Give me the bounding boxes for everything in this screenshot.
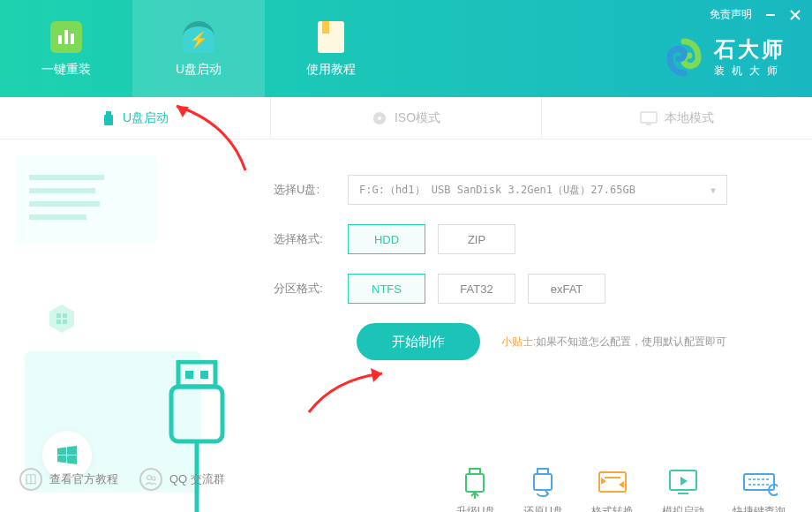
svg-rect-22 <box>534 474 552 490</box>
action-label: 模拟启动 <box>662 504 704 513</box>
upgrade-usb-icon <box>457 467 494 499</box>
action-label: 升级U盘 <box>456 504 496 513</box>
tab-iso[interactable]: ISO模式 <box>271 97 542 139</box>
brand: 石大师 装机大师 <box>665 35 786 79</box>
tab-label: ISO模式 <box>395 110 440 126</box>
nav-label: 一键重装 <box>41 62 91 78</box>
nav-label: 使用教程 <box>306 62 356 78</box>
local-icon <box>640 111 658 125</box>
titlebar-links: 免责声明 <box>710 7 801 22</box>
hotkey-icon <box>741 467 778 499</box>
disclaimer-link[interactable]: 免责声明 <box>710 7 752 22</box>
brand-logo-icon <box>665 38 703 77</box>
qq-link[interactable]: QQ 交流群 <box>139 468 225 491</box>
disk-label: 选择U盘: <box>274 182 335 198</box>
tip-text: 小贴士:如果不知道怎么配置，使用默认配置即可 <box>501 335 726 350</box>
close-button[interactable] <box>789 9 801 21</box>
restore-usb-icon <box>525 467 562 499</box>
svg-point-32 <box>147 476 152 480</box>
convert-icon <box>594 467 631 499</box>
partition-fat32-button[interactable]: FAT32 <box>438 274 515 304</box>
tab-label: U盘启动 <box>123 110 169 126</box>
disk-value: F:G:（hd1） USB SanDisk 3.2Gen1（U盘）27.65GB <box>359 183 635 198</box>
svg-rect-15 <box>185 371 193 379</box>
partition-label: 分区格式: <box>274 281 335 297</box>
partition-exfat-button[interactable]: exFAT <box>528 274 605 304</box>
action-label: 格式转换 <box>591 504 634 513</box>
brand-subtitle: 装机大师 <box>714 64 786 79</box>
action-label: 还原U盘 <box>523 504 563 513</box>
svg-rect-14 <box>178 362 215 387</box>
svg-point-6 <box>378 117 381 120</box>
format-label: 选择格式: <box>274 231 335 247</box>
action-hotkey-query[interactable]: 快捷键查询 <box>733 467 786 513</box>
nav-tutorial[interactable]: 使用教程 <box>265 0 397 97</box>
tab-local[interactable]: 本地模式 <box>542 97 812 139</box>
action-restore-usb[interactable]: 还原U盘 <box>523 467 563 513</box>
minimize-button[interactable] <box>764 9 777 21</box>
tutorial-icon <box>313 19 349 55</box>
usb-icon <box>102 110 116 126</box>
start-button[interactable]: 开始制作 <box>357 323 480 360</box>
config-form: 选择U盘: F:G:（hd1） USB SanDisk 3.2Gen1（U盘）2… <box>265 139 812 457</box>
main-content: 选择U盘: F:G:（hd1） USB SanDisk 3.2Gen1（U盘）2… <box>0 139 812 457</box>
book-icon <box>19 468 42 491</box>
tab-usb-boot[interactable]: U盘启动 <box>0 97 271 139</box>
action-simulate-boot[interactable]: 模拟启动 <box>662 467 704 513</box>
format-zip-button[interactable]: ZIP <box>438 224 515 254</box>
link-label: QQ 交流群 <box>169 471 225 487</box>
app-header: 一键重装 ⚡ U盘启动 使用教程 免责声明 石大师 装机大师 <box>0 0 812 97</box>
tab-label: 本地模式 <box>665 110 714 126</box>
nav-label: U盘启动 <box>176 62 222 78</box>
format-hdd-button[interactable]: HDD <box>348 224 425 254</box>
people-icon <box>139 468 162 491</box>
link-label: 查看官方教程 <box>49 471 118 487</box>
disk-select[interactable]: F:G:（hd1） USB SanDisk 3.2Gen1（U盘）27.65GB… <box>348 175 727 205</box>
tutorial-link[interactable]: 查看官方教程 <box>19 468 118 491</box>
nav-usb-boot[interactable]: ⚡ U盘启动 <box>132 0 265 97</box>
partition-ntfs-button[interactable]: NTFS <box>348 274 425 304</box>
svg-rect-3 <box>106 111 111 115</box>
svg-rect-17 <box>171 387 222 441</box>
hex-decoration-icon <box>46 303 78 335</box>
chevron-down-icon: ▼ <box>710 185 716 195</box>
svg-rect-16 <box>200 371 208 379</box>
nav-reinstall[interactable]: 一键重装 <box>0 0 132 97</box>
action-upgrade-usb[interactable]: 升级U盘 <box>456 467 496 513</box>
usb-boot-icon: ⚡ <box>181 19 216 55</box>
simulate-icon <box>665 467 702 499</box>
action-convert-format[interactable]: 格式转换 <box>591 467 634 513</box>
iso-icon <box>372 110 387 126</box>
mode-tabs: U盘启动 ISO模式 本地模式 <box>0 97 812 139</box>
svg-point-33 <box>152 477 155 480</box>
brand-title: 石大师 <box>714 35 786 64</box>
action-label: 快捷键查询 <box>733 504 786 513</box>
svg-rect-7 <box>641 112 657 123</box>
svg-rect-4 <box>104 115 113 125</box>
svg-marker-9 <box>49 305 74 333</box>
reinstall-icon <box>49 19 84 55</box>
tip-label: 小贴士: <box>501 335 536 348</box>
svg-rect-20 <box>466 474 484 492</box>
footer-links: 查看官方教程 QQ 交流群 <box>19 468 225 491</box>
illustration <box>0 139 265 457</box>
